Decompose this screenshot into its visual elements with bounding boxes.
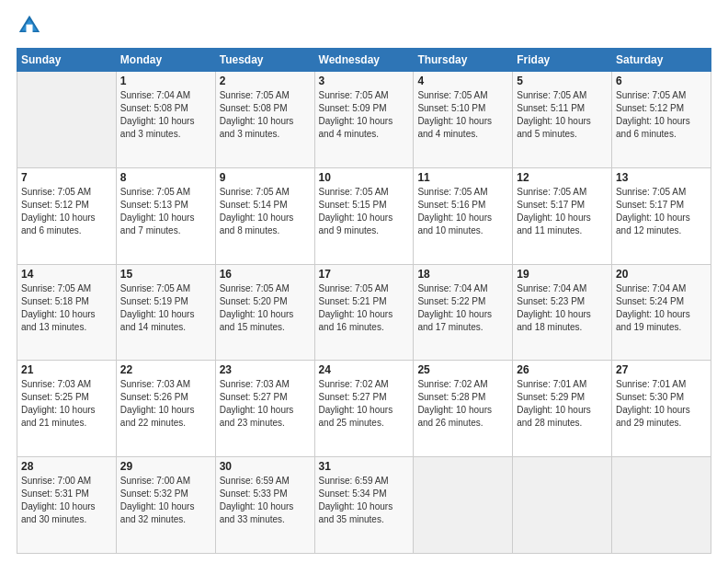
day-info: Sunrise: 7:00 AMSunset: 5:32 PMDaylight:…: [120, 475, 211, 526]
day-info: Sunrise: 7:05 AMSunset: 5:21 PMDaylight:…: [319, 282, 410, 334]
logo: [17, 17, 44, 39]
day-number: 4: [417, 75, 508, 87]
day-cell: 5Sunrise: 7:05 AMSunset: 5:11 PMDaylight…: [513, 72, 612, 168]
day-cell: 16Sunrise: 7:05 AMSunset: 5:20 PMDayligh…: [215, 264, 314, 361]
day-info: Sunrise: 7:05 AMSunset: 5:12 PMDaylight:…: [21, 186, 112, 237]
week-row-4: 28Sunrise: 7:00 AMSunset: 5:31 PMDayligh…: [17, 457, 711, 554]
day-info: Sunrise: 7:04 AMSunset: 5:08 PMDaylight:…: [120, 89, 211, 141]
day-cell: 14Sunrise: 7:05 AMSunset: 5:18 PMDayligh…: [17, 264, 117, 361]
day-number: 24: [319, 363, 410, 376]
day-cell: 19Sunrise: 7:04 AMSunset: 5:23 PMDayligh…: [513, 264, 612, 361]
week-row-0: 1Sunrise: 7:04 AMSunset: 5:08 PMDaylight…: [17, 72, 711, 168]
day-number: 15: [120, 268, 211, 281]
day-number: 2: [220, 75, 311, 87]
day-info: Sunrise: 7:05 AMSunset: 5:17 PMDaylight:…: [616, 186, 707, 237]
week-row-3: 21Sunrise: 7:03 AMSunset: 5:25 PMDayligh…: [17, 361, 711, 457]
day-cell: 27Sunrise: 7:01 AMSunset: 5:30 PMDayligh…: [612, 361, 711, 457]
day-cell: [513, 457, 612, 554]
day-cell: 17Sunrise: 7:05 AMSunset: 5:21 PMDayligh…: [314, 264, 414, 361]
day-cell: 7Sunrise: 7:05 AMSunset: 5:12 PMDaylight…: [17, 167, 117, 264]
day-info: Sunrise: 7:00 AMSunset: 5:31 PMDaylight:…: [21, 475, 112, 526]
day-info: Sunrise: 7:05 AMSunset: 5:17 PMDaylight:…: [517, 186, 608, 237]
day-info: Sunrise: 7:04 AMSunset: 5:23 PMDaylight:…: [517, 282, 608, 334]
day-cell: 13Sunrise: 7:05 AMSunset: 5:17 PMDayligh…: [612, 167, 711, 264]
day-cell: 3Sunrise: 7:05 AMSunset: 5:09 PMDaylight…: [314, 72, 414, 168]
logo-icon: [17, 13, 42, 39]
calendar-table: SundayMondayTuesdayWednesdayThursdayFrid…: [17, 48, 711, 554]
day-cell: 24Sunrise: 7:02 AMSunset: 5:27 PMDayligh…: [314, 361, 414, 457]
day-info: Sunrise: 7:03 AMSunset: 5:26 PMDaylight:…: [120, 378, 211, 430]
svg-rect-2: [27, 25, 33, 32]
day-cell: 1Sunrise: 7:04 AMSunset: 5:08 PMDaylight…: [116, 72, 215, 168]
day-info: Sunrise: 7:02 AMSunset: 5:28 PMDaylight:…: [417, 378, 508, 430]
day-number: 9: [220, 171, 311, 184]
header: [17, 17, 711, 39]
day-info: Sunrise: 7:05 AMSunset: 5:16 PMDaylight:…: [417, 186, 508, 237]
day-info: Sunrise: 7:05 AMSunset: 5:19 PMDaylight:…: [120, 282, 211, 334]
day-cell: 25Sunrise: 7:02 AMSunset: 5:28 PMDayligh…: [414, 361, 513, 457]
col-header-friday: Friday: [513, 49, 612, 72]
day-number: 23: [220, 363, 311, 376]
day-number: 6: [616, 75, 707, 87]
day-number: 17: [319, 268, 410, 281]
col-header-wednesday: Wednesday: [314, 49, 414, 72]
day-info: Sunrise: 7:05 AMSunset: 5:12 PMDaylight:…: [616, 89, 707, 141]
day-number: 21: [21, 363, 112, 376]
day-info: Sunrise: 7:05 AMSunset: 5:09 PMDaylight:…: [319, 89, 410, 141]
day-cell: 26Sunrise: 7:01 AMSunset: 5:29 PMDayligh…: [513, 361, 612, 457]
day-number: 11: [417, 171, 508, 184]
day-number: 26: [517, 363, 608, 376]
day-number: 27: [616, 363, 707, 376]
day-number: 25: [417, 363, 508, 376]
day-number: 10: [319, 171, 410, 184]
day-info: Sunrise: 7:05 AMSunset: 5:14 PMDaylight:…: [220, 186, 311, 237]
day-number: 12: [517, 171, 608, 184]
day-cell: 10Sunrise: 7:05 AMSunset: 5:15 PMDayligh…: [314, 167, 414, 264]
day-info: Sunrise: 7:05 AMSunset: 5:20 PMDaylight:…: [220, 282, 311, 334]
day-number: 22: [120, 363, 211, 376]
day-info: Sunrise: 7:01 AMSunset: 5:29 PMDaylight:…: [517, 378, 608, 430]
day-cell: 28Sunrise: 7:00 AMSunset: 5:31 PMDayligh…: [17, 457, 117, 554]
day-info: Sunrise: 7:05 AMSunset: 5:11 PMDaylight:…: [517, 89, 608, 141]
col-header-sunday: Sunday: [17, 49, 117, 72]
day-info: Sunrise: 7:04 AMSunset: 5:22 PMDaylight:…: [417, 282, 508, 334]
day-cell: [612, 457, 711, 554]
day-number: 5: [517, 75, 608, 87]
day-info: Sunrise: 7:05 AMSunset: 5:18 PMDaylight:…: [21, 282, 112, 334]
day-cell: 31Sunrise: 6:59 AMSunset: 5:34 PMDayligh…: [314, 457, 414, 554]
day-number: 1: [120, 75, 211, 87]
day-cell: 12Sunrise: 7:05 AMSunset: 5:17 PMDayligh…: [513, 167, 612, 264]
day-number: 31: [319, 460, 410, 473]
day-number: 16: [220, 268, 311, 281]
day-info: Sunrise: 7:02 AMSunset: 5:27 PMDaylight:…: [319, 378, 410, 430]
day-number: 7: [21, 171, 112, 184]
day-number: 8: [120, 171, 211, 184]
day-cell: 21Sunrise: 7:03 AMSunset: 5:25 PMDayligh…: [17, 361, 117, 457]
day-info: Sunrise: 7:03 AMSunset: 5:27 PMDaylight:…: [220, 378, 311, 430]
day-cell: 30Sunrise: 6:59 AMSunset: 5:33 PMDayligh…: [215, 457, 314, 554]
day-number: 18: [417, 268, 508, 281]
day-info: Sunrise: 7:04 AMSunset: 5:24 PMDaylight:…: [616, 282, 707, 334]
day-cell: 4Sunrise: 7:05 AMSunset: 5:10 PMDaylight…: [414, 72, 513, 168]
day-info: Sunrise: 7:03 AMSunset: 5:25 PMDaylight:…: [21, 378, 112, 430]
day-cell: 8Sunrise: 7:05 AMSunset: 5:13 PMDaylight…: [116, 167, 215, 264]
day-cell: 29Sunrise: 7:00 AMSunset: 5:32 PMDayligh…: [116, 457, 215, 554]
day-cell: 6Sunrise: 7:05 AMSunset: 5:12 PMDaylight…: [612, 72, 711, 168]
day-cell: 23Sunrise: 7:03 AMSunset: 5:27 PMDayligh…: [215, 361, 314, 457]
day-info: Sunrise: 7:05 AMSunset: 5:10 PMDaylight:…: [417, 89, 508, 141]
col-header-thursday: Thursday: [414, 49, 513, 72]
col-header-monday: Monday: [116, 49, 215, 72]
day-number: 28: [21, 460, 112, 473]
day-info: Sunrise: 7:01 AMSunset: 5:30 PMDaylight:…: [616, 378, 707, 430]
day-number: 13: [616, 171, 707, 184]
day-number: 19: [517, 268, 608, 281]
day-cell: [17, 72, 117, 168]
day-info: Sunrise: 7:05 AMSunset: 5:08 PMDaylight:…: [220, 89, 311, 141]
day-cell: 11Sunrise: 7:05 AMSunset: 5:16 PMDayligh…: [414, 167, 513, 264]
day-cell: 20Sunrise: 7:04 AMSunset: 5:24 PMDayligh…: [612, 264, 711, 361]
day-cell: [414, 457, 513, 554]
day-info: Sunrise: 6:59 AMSunset: 5:34 PMDaylight:…: [319, 475, 410, 526]
page: SundayMondayTuesdayWednesdayThursdayFrid…: [0, 0, 728, 563]
day-cell: 22Sunrise: 7:03 AMSunset: 5:26 PMDayligh…: [116, 361, 215, 457]
week-row-1: 7Sunrise: 7:05 AMSunset: 5:12 PMDaylight…: [17, 167, 711, 264]
